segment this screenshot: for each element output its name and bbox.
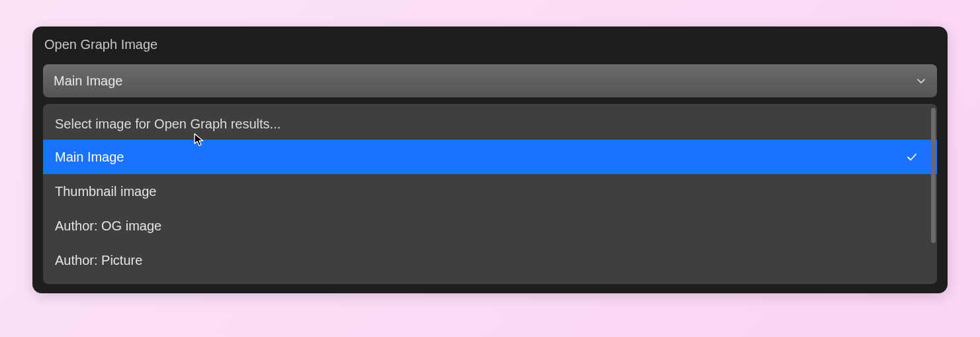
image-select[interactable]: Main Image bbox=[43, 64, 937, 97]
dropdown-option-thumbnail-image[interactable]: Thumbnail image bbox=[43, 174, 937, 209]
scrollbar-thumb[interactable] bbox=[931, 108, 936, 243]
dropdown-option-label: Main Image bbox=[55, 150, 124, 165]
dropdown-option-label: Author: Picture bbox=[55, 253, 142, 268]
chevron-down-icon bbox=[916, 75, 926, 86]
dropdown-option-author-og-image[interactable]: Author: OG image bbox=[43, 209, 937, 243]
check-icon bbox=[905, 150, 918, 164]
dropdown-option-main-image[interactable]: Main Image bbox=[43, 140, 937, 174]
panel-title: Open Graph Image bbox=[43, 37, 937, 52]
open-graph-image-panel: Open Graph Image Main Image Select image… bbox=[32, 26, 948, 293]
image-dropdown: Select image for Open Graph results... M… bbox=[43, 104, 937, 284]
dropdown-option-author-picture[interactable]: Author: Picture bbox=[43, 243, 937, 277]
select-wrapper: Main Image Select image for Open Graph r… bbox=[43, 64, 937, 284]
dropdown-option-label: Thumbnail image bbox=[55, 184, 156, 199]
select-value: Main Image bbox=[54, 73, 123, 89]
dropdown-placeholder: Select image for Open Graph results... bbox=[43, 108, 937, 140]
dropdown-option-label: Author: OG image bbox=[55, 218, 161, 234]
